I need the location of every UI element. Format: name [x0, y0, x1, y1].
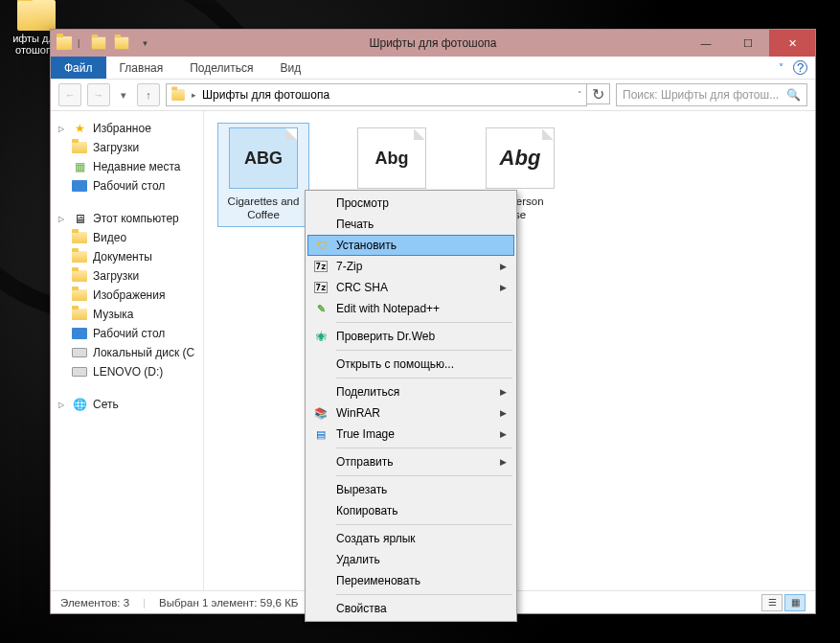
nav-up-button[interactable]: ↑ — [137, 83, 160, 106]
quick-access-toolbar: ▼ — [89, 34, 154, 53]
font-thumbnail: Abg — [357, 127, 426, 189]
tab-home[interactable]: Главная — [106, 57, 177, 79]
context-menu-item[interactable]: Просмотр — [307, 193, 514, 214]
context-item-label: Копировать — [336, 504, 398, 517]
nav-documents[interactable]: Документы — [51, 247, 203, 266]
file-item[interactable]: ABG Cigarettes and Coffee — [217, 123, 309, 227]
nav-drive-c[interactable]: Локальный диск (C — [51, 343, 203, 362]
close-button[interactable]: ✕ — [769, 30, 815, 57]
maximize-button[interactable]: ☐ — [727, 30, 769, 57]
context-item-label: Печать — [336, 218, 374, 231]
nav-desktop[interactable]: Рабочий стол — [51, 176, 203, 195]
context-item-label: Edit with Notepad++ — [336, 302, 440, 315]
ti-icon: ▤ — [313, 426, 329, 442]
context-menu-item[interactable]: 7zCRC SHA▶ — [307, 277, 514, 298]
context-item-label: Удалить — [336, 553, 380, 566]
context-item-label: Переименовать — [336, 574, 420, 587]
winrar-icon: 📚 — [313, 405, 329, 421]
ribbon-expand-icon[interactable]: ˅ — [779, 62, 783, 73]
tab-share[interactable]: Поделиться — [176, 57, 266, 79]
context-menu-item[interactable]: Создать ярлык — [307, 528, 514, 549]
qat-dropdown-button[interactable]: ▼ — [135, 34, 154, 53]
context-menu-item[interactable]: ✎Edit with Notepad++ — [307, 298, 514, 319]
font-thumbnail: Abg — [486, 127, 555, 189]
nav-forward-button[interactable]: → — [87, 83, 110, 106]
context-item-label: Проверить Dr.Web — [336, 330, 435, 343]
context-menu-item[interactable]: Переименовать — [307, 570, 514, 591]
minimize-button[interactable]: — — [685, 30, 727, 57]
submenu-arrow-icon: ▶ — [500, 387, 507, 397]
context-menu-item[interactable]: Свойства — [307, 598, 514, 619]
context-item-label: Отправить — [336, 455, 394, 469]
view-icons-button[interactable]: ▦ — [784, 594, 806, 611]
status-item-count: Элементов: 3 — [60, 597, 129, 609]
search-input[interactable]: Поиск: Шрифты для фотош... 🔍 — [616, 83, 807, 106]
context-menu-item[interactable]: 🕷Проверить Dr.Web — [307, 326, 514, 347]
help-icon[interactable]: ? — [793, 60, 807, 75]
context-menu-item[interactable]: Открыть с помощью... — [307, 354, 514, 375]
context-menu-item[interactable]: Отправить▶ — [307, 451, 514, 472]
npp-icon: ✎ — [313, 301, 329, 316]
nav-recent[interactable]: ▦Недавние места — [51, 157, 203, 176]
nav-favorites-header[interactable]: ▷★Избранное — [51, 119, 203, 138]
context-menu-item[interactable]: 7z7-Zip▶ — [307, 256, 514, 277]
context-menu: ПросмотрПечать🛡Установить7z7-Zip▶7zCRC S… — [305, 190, 517, 622]
tab-view[interactable]: Вид — [266, 57, 314, 79]
nav-network-header[interactable]: ▷Сеть — [51, 395, 203, 414]
search-icon: 🔍 — [786, 88, 801, 102]
context-separator — [336, 350, 512, 351]
nav-desktop2[interactable]: Рабочий стол — [51, 324, 203, 343]
titlebar[interactable]: | ▼ Шрифты для фотошопа — ☐ ✕ — [51, 30, 815, 57]
submenu-arrow-icon: ▶ — [500, 408, 507, 418]
context-menu-item[interactable]: Печать — [307, 214, 514, 235]
context-item-label: Открыть с помощью... — [336, 357, 454, 371]
context-menu-item[interactable]: 🛡Установить — [307, 235, 514, 256]
context-item-label: WinRAR — [336, 406, 380, 420]
nav-computer-header[interactable]: ▷Этот компьютер — [51, 209, 203, 228]
submenu-arrow-icon: ▶ — [500, 283, 507, 292]
navigation-pane: ▷★Избранное Загрузки ▦Недавние места Раб… — [51, 111, 204, 590]
7z-icon: 7z — [313, 280, 329, 295]
drweb-icon: 🕷 — [313, 329, 329, 344]
submenu-arrow-icon: ▶ — [500, 429, 507, 439]
context-menu-item[interactable]: Поделиться▶ — [307, 381, 514, 402]
context-item-label: Установить — [336, 239, 397, 252]
context-item-label: Вырезать — [336, 483, 387, 496]
breadcrumb-arrow-icon: ▸ — [192, 90, 196, 100]
context-item-label: Поделиться — [336, 385, 399, 399]
context-item-label: Просмотр — [336, 196, 389, 210]
nav-downloads2[interactable]: Загрузки — [51, 266, 203, 286]
view-details-button[interactable]: ☰ — [761, 594, 783, 611]
file-tab[interactable]: Файл — [51, 57, 106, 79]
refresh-button[interactable]: ↻ — [587, 83, 610, 104]
context-item-label: Свойства — [336, 602, 387, 615]
nav-downloads[interactable]: Загрузки — [51, 138, 203, 157]
context-menu-item[interactable]: Копировать — [307, 500, 514, 521]
context-menu-item[interactable]: 📚WinRAR▶ — [307, 402, 514, 424]
nav-videos[interactable]: Видео — [51, 228, 203, 247]
address-bar[interactable]: ▸ Шрифты для фотошопа ˅ — [166, 83, 587, 106]
window-icon — [57, 36, 72, 50]
qat-properties-button[interactable] — [89, 34, 108, 53]
submenu-arrow-icon: ▶ — [500, 457, 507, 467]
context-menu-item[interactable]: Удалить — [307, 549, 514, 570]
context-separator — [336, 524, 512, 525]
breadcrumb-location[interactable]: Шрифты для фотошопа — [202, 88, 329, 102]
nav-recent-dropdown[interactable]: ▾ — [116, 83, 131, 106]
context-item-label: CRC SHA — [336, 281, 388, 294]
nav-music[interactable]: Музыка — [51, 305, 203, 324]
qat-newfolder-button[interactable] — [112, 34, 131, 53]
context-separator — [336, 475, 512, 476]
submenu-arrow-icon: ▶ — [500, 262, 507, 271]
context-menu-item[interactable]: ▤True Image▶ — [307, 424, 514, 445]
context-item-label: Создать ярлык — [336, 532, 416, 545]
context-menu-item[interactable]: Вырезать — [307, 479, 514, 500]
context-separator — [336, 378, 512, 379]
nav-back-button[interactable]: ← — [58, 83, 81, 106]
window-title: Шрифты для фотошопа — [369, 36, 496, 50]
nav-pictures[interactable]: Изображения — [51, 286, 203, 305]
address-folder-icon — [171, 89, 185, 101]
7z-icon: 7z — [313, 259, 329, 274]
address-dropdown-icon[interactable]: ˅ — [578, 90, 582, 100]
nav-drive-d[interactable]: LENOVO (D:) — [51, 362, 203, 381]
